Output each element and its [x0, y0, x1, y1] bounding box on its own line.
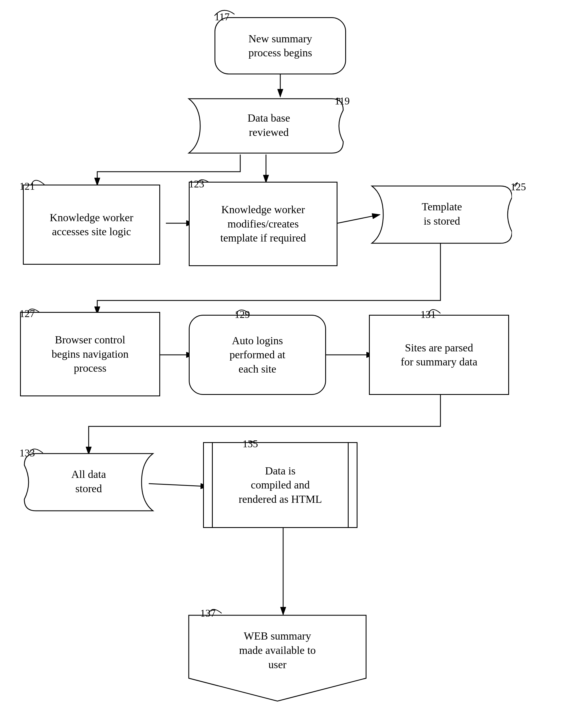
node-data-compiled: Data iscompiled andrendered as HTML	[203, 442, 357, 528]
label-117: 117	[215, 11, 230, 23]
label-127: 127	[19, 308, 35, 320]
node-auto-logins-label: Auto loginsperformed ateach site	[229, 334, 285, 376]
label-119: 119	[335, 95, 350, 107]
node-new-summary: New summaryprocess begins	[215, 17, 346, 74]
label-121: 121	[19, 180, 35, 192]
label-125: 125	[511, 181, 526, 193]
svg-text:Data base: Data base	[248, 112, 290, 124]
node-browser-control-label: Browser controlbegins navigationprocess	[51, 333, 128, 375]
svg-text:user: user	[268, 659, 287, 671]
node-new-summary-label: New summaryprocess begins	[249, 32, 312, 60]
node-data-compiled-label: Data iscompiled andrendered as HTML	[239, 464, 322, 506]
node-kw-accesses-label: Knowledge workeraccesses site logic	[50, 211, 133, 239]
node-browser-control: Browser controlbegins navigationprocess	[20, 312, 160, 396]
node-kw-modifies: Knowledge workermodifies/createstemplate…	[189, 182, 337, 266]
svg-text:made available to: made available to	[239, 644, 316, 656]
label-129: 129	[235, 309, 250, 321]
svg-text:is stored: is stored	[423, 215, 460, 227]
label-131: 131	[420, 309, 436, 321]
node-kw-modifies-label: Knowledge workermodifies/createstemplate…	[220, 203, 306, 245]
svg-text:All data: All data	[71, 468, 106, 480]
label-123: 123	[189, 178, 204, 190]
node-template-svg: Template is stored	[369, 183, 512, 246]
label-137: 137	[200, 607, 216, 619]
node-sites-parsed-label: Sites are parsedfor summary data	[401, 341, 477, 369]
node-sites-parsed: Sites are parsedfor summary data	[369, 315, 509, 395]
svg-text:reviewed: reviewed	[249, 126, 289, 138]
flowchart-diagram: New summaryprocess begins Data base revi…	[0, 0, 570, 728]
node-auto-logins: Auto loginsperformed ateach site	[189, 315, 326, 395]
node-kw-accesses: Knowledge workeraccesses site logic	[23, 185, 160, 265]
label-133: 133	[19, 447, 35, 459]
svg-text:WEB summary: WEB summary	[244, 630, 311, 642]
node-web-summary-svg: WEB summary made available to user	[186, 612, 369, 704]
svg-text:stored: stored	[75, 483, 102, 495]
node-database-svg: Data base reviewed	[186, 96, 346, 156]
svg-text:Template: Template	[422, 201, 462, 213]
node-all-data-svg: All data stored	[21, 451, 156, 514]
label-135: 135	[243, 438, 258, 450]
svg-line-7	[149, 484, 208, 487]
